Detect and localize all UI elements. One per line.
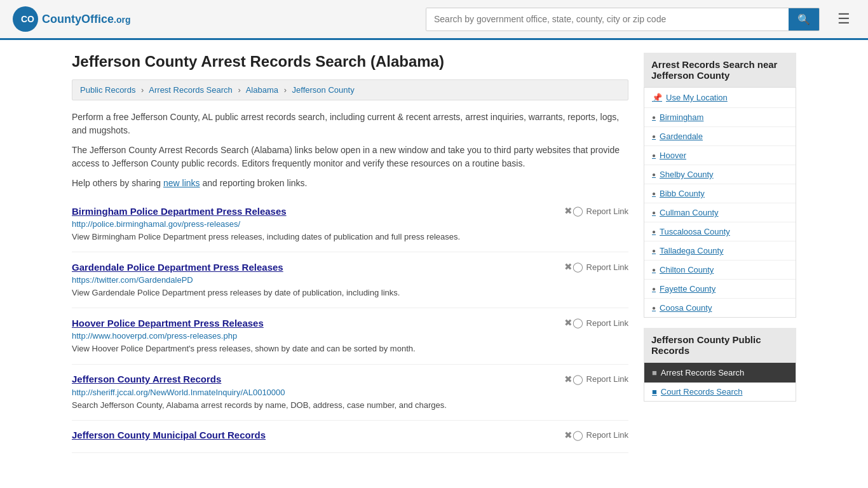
description-1: Perform a free Jefferson County, AL publ…	[72, 111, 628, 137]
bullet-icon: ●	[652, 209, 656, 216]
report-link[interactable]: ✖◯ Report Link	[564, 374, 628, 385]
record-desc: Search Jefferson County, Alabama arrest …	[72, 400, 628, 411]
record-title[interactable]: Birmingham Police Department Press Relea…	[72, 206, 287, 217]
logo-icon: CO	[13, 6, 38, 32]
record-header: Jefferson County Arrest Records ✖◯ Repor…	[72, 374, 628, 385]
bullet-icon: ●	[652, 114, 656, 121]
breadcrumb: Public Records › Arrest Records Search ›…	[72, 79, 628, 100]
site-header: CO CountyOffice.org 🔍 ☰	[0, 0, 868, 40]
record-title[interactable]: Gardendale Police Department Press Relea…	[72, 262, 283, 273]
record-item: Jefferson County Arrest Records ✖◯ Repor…	[72, 365, 628, 421]
report-link[interactable]: ✖◯ Report Link	[564, 430, 628, 441]
record-desc: View Birmingham Police Department press …	[72, 231, 628, 243]
public-records-item[interactable]: ■Court Records Search	[644, 383, 796, 401]
nearby-item[interactable]: ●Chilton County	[644, 261, 796, 280]
bullet-icon: ●	[652, 266, 656, 273]
record-header: Gardendale Police Department Press Relea…	[72, 261, 628, 273]
breadcrumb-alabama[interactable]: Alabama	[246, 85, 278, 95]
description-2: The Jefferson County Arrest Records Sear…	[72, 144, 628, 170]
report-icon: ✖◯	[564, 430, 583, 441]
public-records-header: Jefferson County Public Records	[644, 328, 796, 363]
nearby-item[interactable]: ●Hoover	[644, 146, 796, 165]
nearby-item[interactable]: ●Tuscaloosa County	[644, 222, 796, 241]
bullet-icon: ■	[652, 368, 657, 377]
search-bar: 🔍	[426, 8, 820, 31]
nearby-item[interactable]: ●Gardendale	[644, 127, 796, 146]
public-records-item[interactable]: ■Arrest Records Search	[644, 363, 796, 383]
use-location-link[interactable]: 📌 Use My Location	[644, 88, 796, 108]
search-input[interactable]	[426, 8, 789, 30]
public-records-content: ■Arrest Records Search■Court Records Sea…	[644, 363, 796, 402]
record-item: Jefferson County Municipal Court Records…	[72, 421, 628, 453]
record-header: Jefferson County Municipal Court Records…	[72, 430, 628, 441]
breadcrumb-public-records[interactable]: Public Records	[80, 85, 135, 95]
record-header: Birmingham Police Department Press Relea…	[72, 205, 628, 217]
record-url[interactable]: http://police.birminghamal.gov/press-rel…	[72, 219, 628, 229]
nearby-section: Arrest Records Search near Jefferson Cou…	[644, 53, 796, 318]
record-title[interactable]: Hoover Police Department Press Releases	[72, 318, 264, 329]
nearby-item[interactable]: ●Cullman County	[644, 203, 796, 222]
bullet-icon: ●	[652, 133, 656, 140]
record-title[interactable]: Jefferson County Arrest Records	[72, 374, 221, 384]
menu-icon[interactable]: ☰	[832, 11, 855, 27]
description-3: Help others by sharing new links and rep…	[72, 177, 628, 190]
nearby-item[interactable]: ●Birmingham	[644, 108, 796, 127]
search-button[interactable]: 🔍	[789, 8, 819, 30]
logo-text: CountyOffice.org	[42, 13, 130, 26]
bullet-icon: ●	[652, 171, 656, 178]
nearby-item[interactable]: ●Talladega County	[644, 241, 796, 261]
svg-text:CO: CO	[21, 14, 34, 24]
main-content: Jefferson County Arrest Records Search (…	[72, 53, 628, 453]
nearby-content: 📌 Use My Location ●Birmingham●Gardendale…	[644, 88, 796, 318]
report-link[interactable]: ✖◯ Report Link	[564, 317, 628, 329]
record-desc: View Gardendale Police Department press …	[72, 287, 628, 299]
record-item: Gardendale Police Department Press Relea…	[72, 252, 628, 308]
bullet-icon: ●	[652, 190, 656, 197]
report-link[interactable]: ✖◯ Report Link	[564, 261, 628, 273]
nearby-item[interactable]: ●Coosa County	[644, 299, 796, 317]
nearby-item[interactable]: ●Bibb County	[644, 184, 796, 203]
record-desc: View Hoover Police Department's press re…	[72, 343, 628, 355]
report-link[interactable]: ✖◯ Report Link	[564, 205, 628, 217]
logo-link[interactable]: CO CountyOffice.org	[13, 6, 130, 32]
record-url[interactable]: https://twitter.com/GardendalePD	[72, 275, 628, 285]
nearby-header: Arrest Records Search near Jefferson Cou…	[644, 53, 796, 88]
record-title[interactable]: Jefferson County Municipal Court Records	[72, 430, 266, 440]
breadcrumb-jefferson[interactable]: Jefferson County	[292, 85, 355, 95]
nearby-item[interactable]: ●Shelby County	[644, 165, 796, 184]
sidebar: Arrest Records Search near Jefferson Cou…	[644, 53, 796, 453]
record-url[interactable]: http://www.hooverpd.com/press-releases.p…	[72, 331, 628, 341]
new-links-link[interactable]: new links	[163, 178, 200, 188]
report-icon: ✖◯	[564, 261, 583, 273]
nearby-item[interactable]: ●Fayette County	[644, 280, 796, 299]
page-title: Jefferson County Arrest Records Search (…	[72, 53, 628, 71]
public-records-items: ■Arrest Records Search■Court Records Sea…	[644, 363, 796, 401]
bullet-icon: ●	[652, 304, 656, 311]
bullet-icon: ●	[652, 152, 656, 159]
main-container: Jefferson County Arrest Records Search (…	[59, 40, 809, 466]
location-icon: 📌	[652, 93, 662, 102]
record-item: Hoover Police Department Press Releases …	[72, 308, 628, 364]
public-records-section: Jefferson County Public Records ■Arrest …	[644, 328, 796, 402]
record-item: Birmingham Police Department Press Relea…	[72, 196, 628, 252]
breadcrumb-arrest-records[interactable]: Arrest Records Search	[149, 85, 233, 95]
nearby-items: ●Birmingham●Gardendale●Hoover●Shelby Cou…	[644, 108, 796, 317]
record-url[interactable]: http://sheriff.jccal.org/NewWorld.Inmate…	[72, 388, 628, 397]
bullet-icon: ●	[652, 285, 656, 292]
report-icon: ✖◯	[564, 317, 583, 329]
bullet-icon: ●	[652, 228, 656, 235]
bullet-icon: ■	[652, 387, 657, 396]
bullet-icon: ●	[652, 247, 656, 254]
record-header: Hoover Police Department Press Releases …	[72, 317, 628, 329]
report-icon: ✖◯	[564, 205, 583, 217]
records-list: Birmingham Police Department Press Relea…	[72, 196, 628, 453]
report-icon: ✖◯	[564, 374, 583, 385]
